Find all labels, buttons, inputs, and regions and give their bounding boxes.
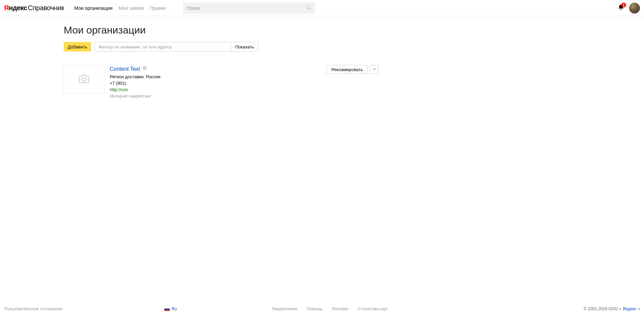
show-button[interactable]: Показать	[231, 42, 258, 51]
nav-my-requests[interactable]: Мои заявки	[119, 5, 144, 11]
logo-service: Справочник	[28, 4, 64, 12]
logo-yandex-black: ндекс	[9, 4, 27, 12]
notifications-badge: 1	[621, 3, 626, 7]
org-url-link[interactable]: http://con	[110, 87, 128, 92]
search-input[interactable]	[183, 2, 315, 14]
language-label: Ru	[172, 307, 177, 311]
org-category: Интернет-маркетинг	[110, 93, 321, 100]
flag-ru-icon	[164, 307, 170, 311]
svg-point-0	[307, 5, 310, 8]
header: Яндекс Справочник Мои организации Мои за…	[0, 0, 644, 16]
filter-group: Показать	[95, 42, 258, 51]
filter-input[interactable]	[95, 42, 231, 51]
nav-edits[interactable]: Правки	[150, 5, 166, 11]
search-wrap	[183, 2, 315, 14]
org-title-link[interactable]: Content Text	[110, 65, 140, 73]
organization-card: Content Text Регион доставки: Россия +7 …	[64, 65, 379, 100]
org-phone: +7 (901)	[110, 80, 321, 87]
toolbar: Добавить Показать	[64, 42, 379, 51]
footer-help-link[interactable]: Помощь	[307, 307, 322, 311]
camera-icon	[78, 74, 90, 85]
search-icon[interactable]	[306, 5, 312, 11]
nav: Мои организации Мои заявки Правки	[74, 5, 166, 11]
chevron-down-icon	[372, 67, 376, 72]
copyright-suffix: »	[638, 307, 640, 311]
footer-links: Уведомления Помощь Реклама Статистика ка…	[272, 307, 388, 311]
notifications-button[interactable]: 1	[618, 4, 624, 12]
org-thumbnail[interactable]	[64, 65, 104, 93]
footer-notifications-link[interactable]: Уведомления	[272, 307, 297, 311]
page-title: Мои организации	[64, 24, 379, 36]
advertise-dropdown-button[interactable]	[370, 65, 379, 74]
svg-line-1	[310, 8, 311, 9]
copyright-prefix: © 2001-2019 ООО «	[584, 307, 621, 311]
main: Мои организации Добавить Показать Conten	[0, 16, 644, 302]
add-button[interactable]: Добавить	[64, 42, 91, 51]
language-switcher[interactable]: Ru	[164, 307, 177, 311]
avatar[interactable]	[629, 3, 640, 14]
verified-icon	[142, 66, 147, 72]
logo[interactable]: Яндекс Справочник	[4, 4, 64, 12]
org-info: Content Text Регион доставки: Россия +7 …	[110, 65, 321, 100]
footer: Пользовательское соглашение Ru Уведомлен…	[0, 302, 644, 316]
svg-point-2	[82, 77, 86, 81]
footer-advert-link[interactable]: Реклама	[332, 307, 348, 311]
footer-copyright: © 2001-2019 ООО « Яндекс »	[584, 307, 640, 311]
footer-terms-link[interactable]: Пользовательское соглашение	[4, 307, 63, 311]
nav-my-organizations[interactable]: Мои организации	[74, 5, 112, 11]
header-right: 1	[618, 3, 640, 14]
bell-icon	[618, 7, 624, 12]
copyright-yandex-link[interactable]: Яндекс	[623, 307, 636, 311]
org-region: Регион доставки: Россия	[110, 74, 321, 80]
footer-mapstats-link[interactable]: Статистика карт	[358, 307, 388, 311]
logo-yandex-red: Я	[4, 4, 9, 12]
advertise-button[interactable]: Рекламировать	[326, 65, 368, 74]
org-actions: Рекламировать	[326, 65, 379, 74]
